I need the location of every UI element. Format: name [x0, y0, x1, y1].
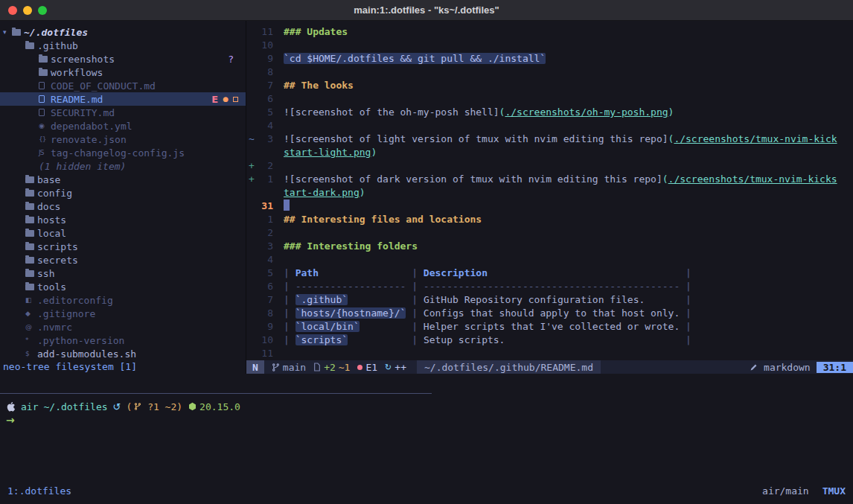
tree-item-security-md[interactable]: SECURITY.md: [0, 106, 246, 119]
tree-item-code-of-conduct-md[interactable]: CODE_OF_CONDUCT.md: [0, 79, 246, 92]
line-text: [273, 39, 284, 52]
error-count: E1: [365, 362, 377, 373]
minimize-button[interactable]: [23, 6, 32, 15]
tree-item-hosts[interactable]: hosts: [0, 213, 246, 226]
editor-line-5[interactable]: 5![screenshot of the oh-my-posh shell](.…: [246, 106, 853, 119]
expander-icon: ▾: [3, 28, 12, 36]
text-segment: `scripts`: [295, 334, 348, 345]
gutter-sign: [246, 307, 257, 320]
editor-line-2[interactable]: 2: [246, 226, 853, 240]
tree-item-dependabot-yml[interactable]: ◉dependabot.yml: [0, 119, 246, 133]
folder-icon: [39, 68, 51, 76]
tree-item-config[interactable]: config: [0, 186, 246, 200]
gutter-sign: [246, 52, 257, 66]
error-icon: [357, 365, 362, 370]
tree-item-secrets[interactable]: secrets: [0, 253, 246, 267]
text-segment: [488, 267, 680, 278]
tree-item-label: .github: [37, 40, 78, 51]
gutter-sign: [246, 186, 257, 200]
editor-line-4[interactable]: 4: [246, 253, 853, 267]
editor-line-8[interactable]: 8: [246, 66, 853, 79]
editor-line-9[interactable]: 9`cd $HOME/.dotfiles && git pull && ./in…: [246, 52, 853, 66]
line-text: [273, 253, 284, 267]
text-segment: [645, 294, 680, 305]
gutter-sign: +: [246, 159, 257, 173]
editor-line-10[interactable]: 10: [246, 39, 853, 52]
tree-item-workflows[interactable]: workflows: [0, 66, 246, 79]
close-button[interactable]: [8, 6, 17, 15]
editor-line-9[interactable]: 9| `local/bin` | Helper scripts that I'v…: [246, 320, 853, 334]
tree-item-ssh[interactable]: ssh: [0, 267, 246, 280]
editor-line-3[interactable]: 3### Interesting folders: [246, 240, 853, 253]
editor-line-11[interactable]: 11### Updates: [246, 25, 853, 39]
terminal-pane[interactable]: air ~/.dotfiles ↺ ( ?1 ~2 ) 20.15.0 →: [0, 394, 853, 482]
tree-item-label: docs: [37, 201, 60, 212]
tree-item-tools[interactable]: tools: [0, 280, 246, 293]
tree-item-base[interactable]: base: [0, 173, 246, 186]
tree-item-add-submodules-sh[interactable]: $add-submodules.sh: [0, 347, 246, 360]
tmux-window-name[interactable]: 1:.dotfiles: [7, 485, 71, 504]
zoom-button[interactable]: [38, 6, 47, 15]
editor-line-31[interactable]: 31: [246, 200, 853, 213]
neotree-sidebar[interactable]: ▾~/.dotfiles.githubscreenshots?workflows…: [0, 21, 246, 374]
folder-icon: [25, 176, 37, 183]
tree-item-tag-changelog-config-js[interactable]: JStag-changelog-config.js: [0, 146, 246, 159]
line-number: [257, 186, 273, 200]
git-branch-icon: [134, 402, 141, 411]
text-segment: ----------------------------------------…: [424, 281, 680, 292]
tree-item-editorconfig[interactable]: ◧.editorconfig: [0, 293, 246, 307]
text-segment: Path: [295, 267, 319, 278]
tree-item-scripts[interactable]: scripts: [0, 240, 246, 253]
line-number: 3: [257, 133, 273, 146]
gutter-sign: [246, 334, 257, 347]
git-status-segment: ( ?1 ~2 ): [126, 401, 182, 412]
text-segment: |: [680, 321, 691, 332]
tmux-status-bar: 1:.dotfiles air/main TMUX: [0, 482, 853, 504]
text-segment: ![screenshot of the oh-my-posh shell]: [284, 106, 499, 118]
editor-line-8[interactable]: 8| `hosts/{hostname}/` | Configs that sh…: [246, 307, 853, 320]
editor-line-2[interactable]: +2: [246, 159, 853, 173]
editor-line-7[interactable]: 7| `.github` | GitHub Repository configu…: [246, 293, 853, 307]
tree-item-renovate-json[interactable]: {}renovate.json: [0, 133, 246, 146]
file-path: ~/.dotfiles/.github/README.md: [417, 360, 601, 374]
editor-line-7[interactable]: 7## The looks: [246, 79, 853, 92]
shell-input-line[interactable]: →: [6, 413, 853, 427]
tree-item-screenshots[interactable]: screenshots?: [0, 52, 246, 66]
editor-line-wrap[interactable]: tart-dark.png): [246, 186, 853, 200]
tree-item-dotfiles[interactable]: ▾~/.dotfiles: [0, 25, 246, 39]
tree-item-python-version[interactable]: *.python-version: [0, 334, 246, 347]
node-icon: @: [25, 323, 37, 331]
gutter-sign: [246, 280, 257, 293]
tree-item-gitignore[interactable]: ◆.gitignore: [0, 307, 246, 320]
text-segment: ### Interesting folders: [284, 240, 418, 252]
update-icon: ↻: [385, 363, 392, 372]
text-segment: |: [680, 281, 691, 292]
editor-line-1[interactable]: 1## Interesting files and locations: [246, 213, 853, 226]
markdown-file-icon: [39, 109, 51, 116]
markdown-file-icon: [39, 82, 51, 89]
editor-line-3[interactable]: ~3![screenshot of light version of tmux …: [246, 133, 853, 146]
text-segment: [505, 334, 680, 345]
editorconfig-icon: ◧: [25, 296, 37, 304]
tree-item-docs[interactable]: docs: [0, 200, 246, 213]
editor-line-4[interactable]: 4: [246, 119, 853, 133]
tree-item-nvmrc[interactable]: @.nvmrc: [0, 320, 246, 334]
cursor-position: 31:1: [817, 362, 853, 373]
tree-item-label: CODE_OF_CONDUCT.md: [51, 80, 156, 92]
editor-line-wrap[interactable]: start-light.png): [246, 146, 853, 159]
tree-item-readme-md[interactable]: README.mdE●: [0, 92, 246, 106]
editor-buffer[interactable]: 11### Updates109`cd $HOME/.dotfiles && g…: [246, 21, 853, 374]
tree-item-local[interactable]: local: [0, 226, 246, 240]
editor-line-11[interactable]: 11: [246, 347, 853, 360]
editor-line-10[interactable]: 10| `scripts` | Setup scripts. |: [246, 334, 853, 347]
editor-line-5[interactable]: 5| Path | Description |: [246, 267, 853, 280]
text-segment: ## The looks: [284, 80, 354, 91]
editor-line-6[interactable]: 6| ------------------- | ---------------…: [246, 280, 853, 293]
tree-item-github[interactable]: .github: [0, 39, 246, 52]
pencil-icon: [750, 363, 758, 371]
folder-icon: [25, 216, 37, 223]
editor-line-6[interactable]: 6: [246, 92, 853, 106]
tree-item-1-hidden-item[interactable]: (1 hidden item): [0, 159, 246, 173]
tree-item-label: ssh: [37, 268, 54, 279]
editor-line-1[interactable]: +1![screenshot of dark version of tmux w…: [246, 173, 853, 186]
